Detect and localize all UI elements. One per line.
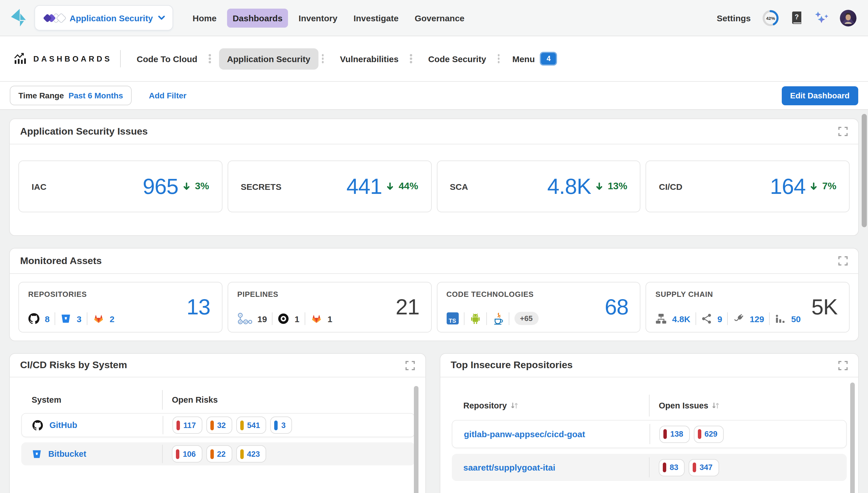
column-open-risks[interactable]: Open Risks bbox=[172, 395, 218, 404]
table-row-cicd-goat[interactable]: gitlab-panw-appsec/cicd-goat 138 629 bbox=[452, 420, 847, 448]
system-link[interactable]: Bitbucket bbox=[48, 449, 86, 458]
severity-badge-critical[interactable]: 83 bbox=[659, 459, 685, 476]
severity-badge-high[interactable]: 629 bbox=[693, 425, 724, 443]
more-technologies-badge[interactable]: +65 bbox=[514, 312, 538, 325]
dashboards-title: DASHBOARDS bbox=[33, 55, 112, 63]
nav-dashboards[interactable]: Dashboards bbox=[227, 8, 288, 27]
panel-title: CI/CD Risks by System bbox=[20, 360, 127, 371]
stat-delta: 13% bbox=[608, 180, 627, 192]
time-range-filter[interactable]: Time Range Past 6 Months bbox=[10, 86, 132, 105]
severity-badge-critical[interactable]: 138 bbox=[659, 425, 689, 443]
expand-button[interactable] bbox=[838, 360, 848, 370]
workspace-label: Application Security bbox=[70, 13, 153, 23]
issue-stat-cards: IAC 965 3% SECRETS 441 44% bbox=[10, 144, 858, 235]
asset-card-pipelines[interactable]: PIPELINES 19 1 bbox=[228, 282, 432, 333]
nav-investigate[interactable]: Investigate bbox=[348, 8, 404, 27]
help-docs-button[interactable]: ? bbox=[791, 11, 803, 25]
expand-button[interactable] bbox=[838, 127, 848, 136]
kebab-menu-icon[interactable] bbox=[206, 52, 214, 66]
nav-home[interactable]: Home bbox=[187, 8, 222, 27]
panel-scrollbar[interactable] bbox=[414, 386, 418, 493]
severity-badge-info[interactable]: 3 bbox=[271, 416, 292, 434]
stat-card-sca[interactable]: SCA 4.8K 13% bbox=[437, 160, 641, 212]
divider bbox=[695, 313, 696, 325]
column-system[interactable]: System bbox=[31, 395, 61, 404]
kebab-menu-icon[interactable] bbox=[318, 52, 327, 66]
expand-button[interactable] bbox=[838, 256, 848, 266]
bitbucket-count: 3 bbox=[77, 314, 82, 324]
severity-bar bbox=[240, 449, 244, 459]
dashboards-menu-button[interactable]: Menu 4 bbox=[512, 52, 557, 66]
prisma-cloud-logo-icon bbox=[9, 7, 26, 28]
risk-count: 541 bbox=[247, 421, 260, 429]
svg-text:?: ? bbox=[795, 13, 799, 21]
panel-scrollbar[interactable] bbox=[850, 383, 855, 493]
tab-code-to-cloud: Code To Cloud bbox=[129, 48, 219, 69]
stat-label: SCA bbox=[450, 181, 468, 191]
dashboards-brand: DASHBOARDS bbox=[14, 53, 112, 64]
user-avatar[interactable] bbox=[840, 9, 856, 26]
pipeline-graph-count: 4.8K bbox=[672, 314, 690, 324]
top-navbar: Application Security Home Dashboards Inv… bbox=[0, 0, 868, 36]
usage-gauge[interactable]: 42% bbox=[762, 9, 779, 27]
tab-application-security-label[interactable]: Application Security bbox=[219, 48, 318, 69]
column-repository[interactable]: Repository bbox=[463, 401, 519, 410]
github-icon bbox=[28, 313, 40, 324]
page-scrollbar[interactable] bbox=[862, 114, 867, 227]
risk-count: 117 bbox=[183, 421, 196, 429]
severity-badge-medium[interactable]: 32 bbox=[206, 416, 232, 434]
stat-card-iac[interactable]: IAC 965 3% bbox=[18, 160, 223, 212]
issue-count: 83 bbox=[670, 463, 678, 472]
trend-down-icon bbox=[810, 181, 818, 191]
severity-badge-high[interactable]: 106 bbox=[172, 445, 202, 463]
github-count: 8 bbox=[45, 314, 50, 324]
severity-badge-high[interactable]: 347 bbox=[689, 459, 719, 476]
nav-governance[interactable]: Governance bbox=[409, 8, 470, 27]
settings-link[interactable]: Settings bbox=[717, 13, 751, 23]
system-link[interactable]: GitHub bbox=[49, 421, 77, 430]
table-row-bitbucket[interactable]: Bitbucket 106 22 423 bbox=[21, 442, 415, 465]
tab-code-to-cloud-label[interactable]: Code To Cloud bbox=[129, 48, 206, 69]
column-open-issues[interactable]: Open Issues bbox=[659, 401, 720, 410]
pipeline-graph-icon bbox=[656, 313, 667, 324]
severity-bar bbox=[693, 463, 696, 472]
kebab-menu-icon[interactable] bbox=[494, 52, 503, 66]
workspace-switcher[interactable]: Application Security bbox=[35, 5, 173, 30]
stat-label: CI/CD bbox=[659, 181, 683, 191]
divider bbox=[486, 312, 486, 325]
android-icon bbox=[470, 312, 481, 325]
add-filter-button[interactable]: Add Filter bbox=[149, 91, 186, 100]
table-row-supplygoat[interactable]: saarett/supplygoat-itai 83 347 bbox=[452, 454, 847, 481]
ai-copilot-button[interactable] bbox=[814, 10, 829, 25]
expand-button[interactable] bbox=[405, 360, 415, 370]
github-icon bbox=[32, 420, 43, 431]
kebab-menu-icon[interactable] bbox=[407, 52, 416, 66]
edit-dashboard-button[interactable]: Edit Dashboard bbox=[781, 86, 858, 105]
tab-code-security-label[interactable]: Code Security bbox=[420, 48, 494, 69]
workflow-icon bbox=[237, 313, 252, 325]
severity-badge-low[interactable]: 541 bbox=[236, 416, 267, 434]
severity-badge-medium[interactable]: 22 bbox=[206, 445, 232, 463]
stat-card-secrets[interactable]: SECRETS 441 44% bbox=[228, 160, 432, 212]
stat-card-cicd[interactable]: CI/CD 164 7% bbox=[646, 160, 850, 212]
nav-inventory[interactable]: Inventory bbox=[293, 8, 343, 27]
repository-link[interactable]: gitlab-panw-appsec/cicd-goat bbox=[464, 429, 585, 439]
tab-vulnerabilities-label[interactable]: Vulnerabilities bbox=[332, 48, 407, 69]
fullscreen-icon bbox=[838, 360, 848, 370]
repository-link[interactable]: saarett/supplygoat-itai bbox=[463, 463, 555, 472]
asset-card-repositories[interactable]: REPOSITORIES 8 3 2 13 bbox=[18, 282, 223, 333]
panel-header: Application Security Issues bbox=[10, 119, 858, 144]
menu-count-badge: 4 bbox=[540, 52, 557, 66]
usage-percent-label: 42% bbox=[766, 16, 775, 20]
severity-badge-high[interactable]: 117 bbox=[173, 416, 202, 434]
plug-count: 129 bbox=[750, 314, 764, 324]
table-row-github[interactable]: GitHub 117 32 541 3 bbox=[21, 413, 415, 437]
asset-card-code-technologies[interactable]: CODE TECHNOLOGIES TS bbox=[437, 282, 641, 333]
panel-header: Top Insecure Repositories bbox=[440, 354, 858, 378]
plug-icon bbox=[733, 313, 745, 324]
severity-badge-low[interactable]: 423 bbox=[236, 445, 266, 463]
trend-down-icon bbox=[182, 181, 191, 191]
asset-card-supply-chain[interactable]: SUPPLY CHAIN 4.8K bbox=[646, 282, 850, 333]
bitbucket-icon bbox=[31, 448, 42, 459]
asset-label: CODE TECHNOLOGIES bbox=[447, 290, 631, 299]
